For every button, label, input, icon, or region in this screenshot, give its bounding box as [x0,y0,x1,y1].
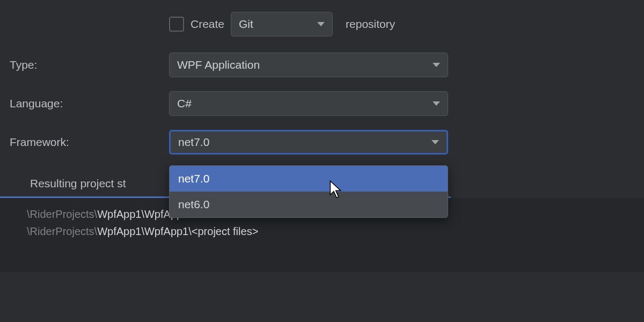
framework-dropdown-popup: net7.0 net6.0 [169,165,448,218]
vcs-select-value: Git [239,18,253,31]
chevron-down-icon [317,22,325,26]
framework-select[interactable]: net7.0 [169,130,448,155]
path-line: \RiderProjects\WpfApp1\WpfApp1\<project … [27,223,634,240]
language-row: Language: C# [0,91,644,116]
type-select[interactable]: WPF Application [169,53,448,77]
chevron-down-icon [433,63,440,67]
framework-option-net7[interactable]: net7.0 [170,166,448,192]
path-prefix: \RiderProjects\ [27,208,97,220]
language-label: Language: [0,97,169,110]
project-form: Create Git repository Type: WPF Applicat… [0,0,644,272]
framework-label: Framework: [0,136,169,149]
vcs-select[interactable]: Git [231,12,333,36]
framework-row: Framework: net7.0 [0,130,644,155]
language-select-value: C# [177,97,192,110]
path-main: WpfApp1\WpfApp1\<project files> [97,225,258,237]
repository-label: repository [346,18,395,31]
type-label: Type: [0,58,169,71]
chevron-down-icon [431,140,439,144]
type-select-value: WPF Application [177,58,260,71]
path-prefix: \RiderProjects\ [27,225,97,237]
framework-option-net6[interactable]: net6.0 [170,192,448,217]
chevron-down-icon [433,101,440,106]
type-row: Type: WPF Application [0,53,644,77]
create-repo-checkbox[interactable] [169,17,184,32]
framework-select-value: net7.0 [178,136,209,149]
language-select[interactable]: C# [169,91,448,116]
create-repo-row: Create Git repository [0,12,644,36]
create-label: Create [191,18,224,31]
